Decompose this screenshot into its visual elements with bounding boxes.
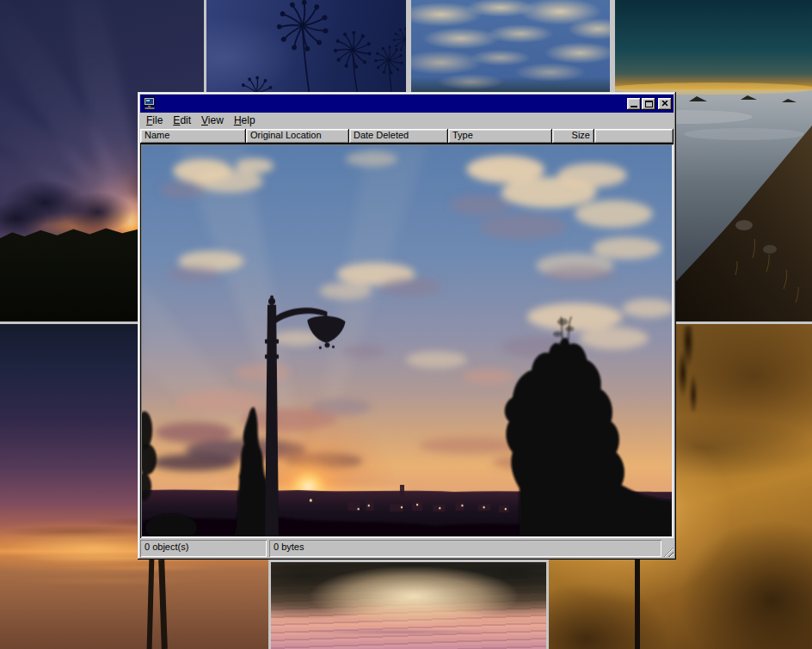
menu-view[interactable]: View: [196, 113, 229, 128]
wallpaper-photo-flower-umbels: [204, 0, 409, 96]
wallpaper-photo-water-ripples: [268, 560, 549, 649]
sunset-lamp-photo: [142, 145, 672, 536]
lamp-pole-silhouette: [635, 556, 640, 649]
column-header-blank[interactable]: [594, 129, 674, 144]
wooden-pole: [147, 558, 155, 649]
list-view-area[interactable]: [140, 144, 674, 538]
column-header-date-deleted[interactable]: Date Deleted: [349, 129, 448, 144]
list-column-headers: Name Original Location Date Deleted Type…: [140, 129, 674, 144]
wooden-pole: [158, 560, 168, 649]
close-button[interactable]: [658, 98, 672, 110]
menu-bar: File Edit View Help: [140, 113, 674, 129]
minimize-button[interactable]: [627, 98, 641, 110]
tree-silhouette: [674, 326, 703, 412]
recycle-bin-window: File Edit View Help Name Original Locati…: [138, 92, 676, 560]
menu-edit[interactable]: Edit: [168, 113, 196, 128]
column-header-size[interactable]: Size: [552, 129, 594, 144]
status-byte-count: 0 bytes: [269, 540, 661, 557]
menu-file[interactable]: File: [141, 113, 168, 128]
resize-grip-icon[interactable]: [662, 546, 674, 557]
status-bar: 0 object(s) 0 bytes: [140, 540, 674, 557]
desktop: File Edit View Help Name Original Locati…: [0, 0, 812, 649]
status-object-count: 0 object(s): [140, 540, 267, 557]
column-header-type[interactable]: Type: [448, 129, 552, 144]
wallpaper-photo-blue-sky-clouds: [409, 0, 612, 96]
minimize-icon: [631, 106, 637, 107]
menu-help[interactable]: Help: [229, 113, 261, 128]
column-header-original-location[interactable]: Original Location: [246, 129, 349, 144]
umbel-silhouette-graphic: [206, 0, 406, 96]
computer-icon: [143, 97, 157, 110]
close-icon: [661, 101, 668, 107]
maximize-icon: [645, 101, 653, 107]
sunset-lamp-photo-graphic: [142, 145, 672, 536]
window-titlebar[interactable]: [140, 95, 674, 113]
maximize-button[interactable]: [642, 98, 655, 110]
column-header-name[interactable]: Name: [140, 129, 246, 144]
